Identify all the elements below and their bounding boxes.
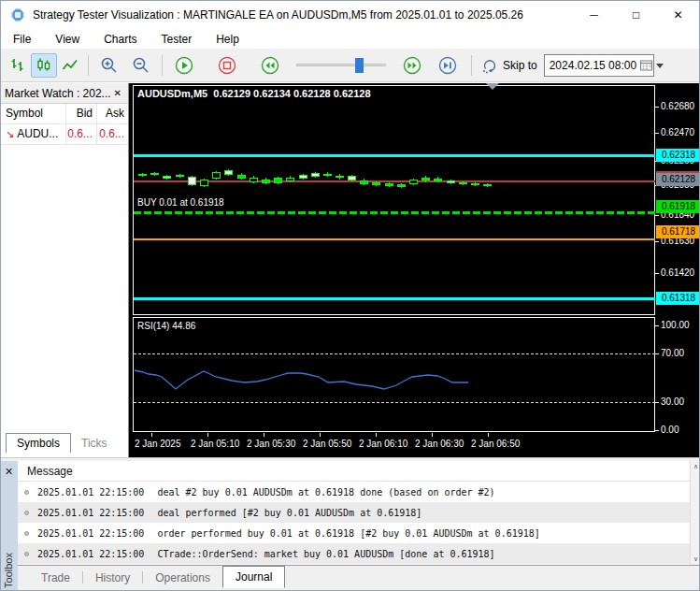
- rewind-button[interactable]: [257, 53, 283, 78]
- rsi-axis-tick: [655, 325, 659, 326]
- time-axis-label: 2 Jan 05:50: [303, 439, 351, 449]
- window-title: Strategy Tester Visualization : MARTINGA…: [33, 8, 573, 22]
- candle: [459, 182, 467, 184]
- main-area: Market Watch : 202... ✕ Symbol Bid Ask ↘…: [1, 83, 700, 457]
- time-axis-tick: [264, 433, 264, 437]
- tab-ticks[interactable]: Ticks: [71, 434, 118, 453]
- candle: [212, 172, 221, 179]
- candlestick-chart-button[interactable]: [31, 53, 57, 78]
- journal-scrollbar[interactable]: ∧ ∨: [690, 461, 700, 565]
- scroll-down-icon[interactable]: ∨: [691, 555, 700, 563]
- tab-journal[interactable]: Journal: [222, 566, 285, 588]
- candle: [150, 173, 159, 175]
- title-bar: Strategy Tester Visualization : MARTINGA…: [1, 1, 699, 29]
- menu-view[interactable]: View: [43, 30, 92, 49]
- zoom-in-button[interactable]: [96, 53, 122, 78]
- rsi-indicator-label: RSI(14) 44.86: [137, 321, 195, 331]
- market-watch-row[interactable]: ↘AUDU... 0.6... 0.6...: [1, 124, 128, 145]
- price-level-line: [134, 180, 655, 182]
- price-axis-label: 0.62680: [661, 101, 694, 111]
- candle: [200, 180, 208, 186]
- maximize-button[interactable]: □: [615, 1, 657, 29]
- candle: [250, 178, 258, 182]
- skip-to-date-input[interactable]: 2024.02.15 08:00: [544, 54, 654, 77]
- stop-button[interactable]: [214, 53, 240, 78]
- column-symbol[interactable]: Symbol: [1, 104, 66, 123]
- skip-to-label: Skip to: [503, 59, 537, 72]
- close-button[interactable]: ✕: [657, 1, 699, 29]
- candle: [176, 175, 184, 177]
- price-axis-tick: [655, 107, 659, 108]
- slider-handle[interactable]: [355, 58, 364, 73]
- skip-to-end-icon: [437, 55, 458, 76]
- candle: [138, 174, 147, 176]
- scroll-up-icon[interactable]: ∧: [691, 463, 700, 470]
- market-watch-title: Market Watch : 202...: [5, 87, 111, 100]
- price-level-line: [134, 297, 655, 300]
- candlestick-chart-icon: [35, 56, 53, 75]
- zoom-in-icon: [99, 55, 120, 76]
- menu-charts[interactable]: Charts: [92, 30, 149, 49]
- chevron-down-icon[interactable]: [656, 64, 664, 68]
- journal-row[interactable]: 2025.01.01 22:15:00deal #2 buy 0.01 AUDU…: [18, 482, 690, 502]
- zoom-out-button[interactable]: [128, 53, 154, 78]
- journal-row[interactable]: 2025.01.01 22:15:00deal performed [#2 bu…: [18, 502, 690, 523]
- market-watch-close-icon[interactable]: ✕: [111, 88, 124, 98]
- price-axis-tick: [655, 241, 659, 242]
- toolbox-close-icon[interactable]: ✕: [5, 466, 13, 478]
- journal-row[interactable]: 2025.01.01 22:15:00order performed buy 0…: [18, 523, 690, 543]
- buy-order-label: BUY 0.01 at 0.61918: [137, 197, 224, 208]
- rsi-plot[interactable]: [133, 317, 655, 432]
- rsi-axis-tick: [655, 430, 659, 431]
- candle: [397, 184, 406, 187]
- journal-row[interactable]: 2025.01.01 22:15:00CTrade::OrderSend: ma…: [18, 543, 690, 564]
- bar-chart-button[interactable]: [5, 53, 31, 78]
- line-chart-button[interactable]: [57, 53, 83, 78]
- tab-symbols[interactable]: Symbols: [6, 433, 71, 453]
- window-controls: ─ □ ✕: [573, 1, 699, 29]
- journal-message-header[interactable]: Message: [18, 461, 690, 482]
- price-flag: 0.61918: [656, 200, 700, 213]
- minimize-button[interactable]: ─: [573, 1, 615, 29]
- play-button[interactable]: [171, 53, 197, 78]
- candle: [434, 179, 442, 181]
- rewind-icon: [260, 55, 280, 76]
- rsi-axis-tick: [655, 353, 659, 354]
- tab-trade[interactable]: Trade: [29, 568, 82, 588]
- toolbar-separator: [162, 55, 163, 76]
- price-flag: 0.62318: [656, 149, 700, 162]
- journal-bullet-icon: [24, 531, 29, 536]
- skip-to-end-button[interactable]: [435, 53, 461, 78]
- toolbox-tabs: Trade History Operations Journal: [18, 565, 700, 589]
- price-axis-label: 0.62470: [661, 127, 694, 137]
- journal-message: CTrade::OrderSend: market buy 0.01 AUDUS…: [157, 549, 494, 559]
- journal-message: deal performed [#2 buy 0.01 AUDUSDm at 0…: [157, 508, 421, 518]
- time-axis-tick: [432, 433, 433, 437]
- trend-down-icon: ↘: [6, 128, 14, 139]
- speed-slider[interactable]: [296, 58, 386, 73]
- candle: [237, 175, 246, 179]
- menu-help[interactable]: Help: [204, 30, 251, 49]
- candle: [348, 176, 356, 180]
- calendar-icon[interactable]: [640, 60, 652, 71]
- fast-forward-button[interactable]: [399, 53, 425, 78]
- app-icon: [10, 7, 25, 22]
- time-axis-label: 2 Jan 2025: [135, 439, 181, 449]
- candle: [372, 182, 380, 185]
- candle: [483, 184, 492, 186]
- candle: [409, 180, 418, 184]
- menu-tester[interactable]: Tester: [149, 30, 204, 49]
- time-axis-tick: [376, 433, 377, 437]
- menu-bar: File View Charts Tester Help: [1, 29, 699, 50]
- column-bid[interactable]: Bid: [66, 104, 97, 123]
- candle: [163, 176, 171, 179]
- tab-operations[interactable]: Operations: [143, 568, 222, 588]
- market-watch-column-headers: Symbol Bid Ask: [1, 104, 128, 124]
- symbol-cell[interactable]: ↘AUDU...: [1, 124, 66, 144]
- chart-area[interactable]: AUDUSDm,M5 0.62129 0.62134 0.62128 0.621…: [129, 83, 700, 457]
- toolbar-separator: [88, 55, 89, 76]
- column-ask[interactable]: Ask: [97, 104, 128, 123]
- menu-file[interactable]: File: [1, 30, 43, 49]
- price-flag: 0.61318: [656, 292, 700, 305]
- tab-history[interactable]: History: [83, 568, 142, 588]
